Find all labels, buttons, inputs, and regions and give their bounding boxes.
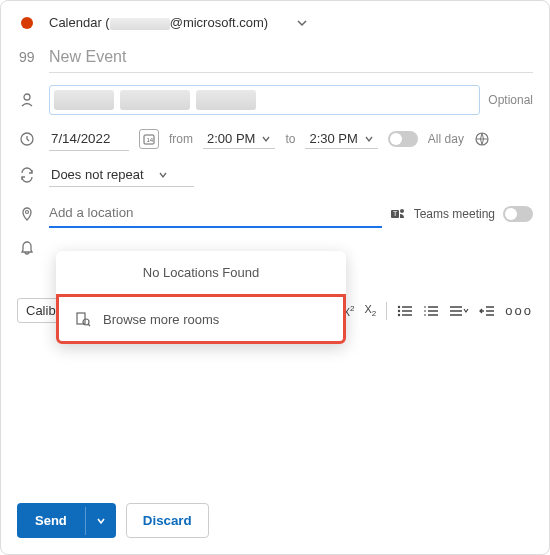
date-picker-button[interactable]: 14 bbox=[139, 129, 159, 149]
from-label: from bbox=[169, 132, 193, 146]
send-split-chevron-icon[interactable] bbox=[85, 507, 116, 535]
teams-toggle[interactable] bbox=[503, 206, 533, 222]
start-time-select[interactable]: 2:00 PM bbox=[203, 129, 275, 149]
svg-point-1 bbox=[24, 94, 30, 100]
allday-label: All day bbox=[428, 132, 464, 146]
timezone-icon[interactable] bbox=[474, 131, 490, 147]
svg-point-6 bbox=[26, 210, 29, 213]
browse-rooms-icon bbox=[75, 311, 91, 327]
svg-text:99: 99 bbox=[19, 50, 35, 65]
clock-icon bbox=[17, 131, 37, 147]
attendee-input[interactable] bbox=[49, 85, 480, 115]
send-button[interactable]: Send bbox=[17, 503, 116, 538]
quote-icon: 99 bbox=[17, 50, 37, 66]
calendar-chevron-icon[interactable] bbox=[296, 17, 308, 29]
number-list-button[interactable] bbox=[423, 304, 439, 318]
svg-point-13 bbox=[398, 305, 400, 307]
svg-rect-10 bbox=[77, 313, 85, 324]
calendar-color-dot bbox=[21, 17, 33, 29]
date-input[interactable] bbox=[49, 127, 129, 151]
svg-point-9 bbox=[400, 209, 404, 213]
teams-label: Teams meeting bbox=[414, 207, 495, 221]
repeat-icon bbox=[17, 167, 37, 183]
to-label: to bbox=[285, 132, 295, 146]
location-input[interactable] bbox=[49, 199, 382, 228]
bullet-list-button[interactable] bbox=[397, 304, 413, 318]
discard-button[interactable]: Discard bbox=[126, 503, 209, 538]
outdent-button[interactable] bbox=[479, 304, 495, 318]
popup-header: No Locations Found bbox=[56, 251, 346, 294]
person-icon bbox=[17, 92, 37, 108]
more-format-button[interactable]: ooo bbox=[505, 303, 533, 318]
repeat-select[interactable]: Does not repeat bbox=[49, 163, 194, 187]
attendee-pill[interactable] bbox=[196, 90, 256, 110]
align-button[interactable] bbox=[449, 304, 469, 318]
attendee-pill[interactable] bbox=[54, 90, 114, 110]
attendee-pill[interactable] bbox=[120, 90, 190, 110]
event-title-input[interactable] bbox=[49, 42, 533, 73]
location-suggestions-popup: No Locations Found Browse more rooms bbox=[56, 251, 346, 344]
calendar-name: Calendar (@microsoft.com) bbox=[49, 15, 268, 30]
allday-toggle[interactable] bbox=[388, 131, 418, 147]
location-icon bbox=[17, 206, 37, 222]
end-time-select[interactable]: 2:30 PM bbox=[305, 129, 377, 149]
svg-line-12 bbox=[88, 324, 90, 326]
svg-point-15 bbox=[398, 309, 400, 311]
optional-link[interactable]: Optional bbox=[488, 93, 533, 107]
bell-icon bbox=[17, 240, 37, 256]
browse-rooms-button[interactable]: Browse more rooms bbox=[56, 294, 346, 344]
teams-icon: T bbox=[390, 206, 406, 222]
svg-text:14: 14 bbox=[147, 137, 154, 143]
svg-point-17 bbox=[398, 313, 400, 315]
subscript-button[interactable]: X2 bbox=[365, 303, 377, 318]
svg-text:T: T bbox=[393, 210, 398, 217]
